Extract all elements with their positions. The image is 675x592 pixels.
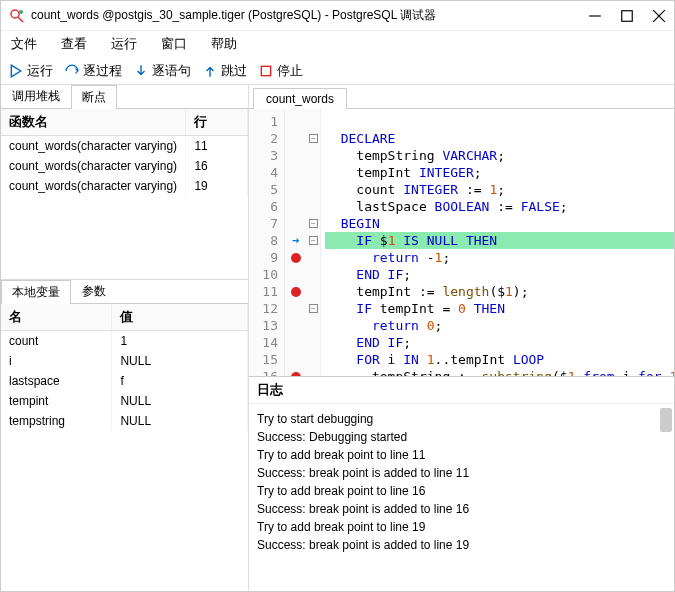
var-tabs: 本地变量 参数 [1, 280, 248, 304]
log-title: 日志 [249, 377, 674, 404]
tab-locals[interactable]: 本地变量 [1, 280, 71, 304]
run-button[interactable]: 运行 [9, 62, 53, 80]
log-line: Success: break point is added to line 19 [257, 536, 666, 554]
scrollbar-thumb[interactable] [660, 408, 672, 432]
titlebar: count_words @postgis_30_sample.tiger (Po… [1, 1, 674, 31]
menubar: 文件 查看 运行 窗口 帮助 [1, 31, 674, 57]
left-panel: 调用堆栈 断点 函数名 行 count_words(character vary… [1, 85, 249, 591]
log-line: Try to add break point to line 16 [257, 482, 666, 500]
code-editor[interactable]: 12345678910111213141516 ➔ −−−− DECLARE t… [249, 109, 674, 376]
editor-tabs: count_words [249, 85, 674, 109]
table-row[interactable]: count_words(character varying)11 [1, 136, 248, 157]
svg-point-1 [19, 10, 23, 14]
fold-toggle[interactable]: − [309, 134, 318, 143]
menu-window[interactable]: 窗口 [161, 35, 187, 53]
breakpoint-icon[interactable] [291, 287, 301, 297]
col-varval[interactable]: 值 [112, 304, 248, 331]
tab-params[interactable]: 参数 [71, 279, 117, 303]
breakpoint-gutter[interactable]: ➔ [285, 109, 307, 376]
fold-gutter[interactable]: −−−− [307, 109, 321, 376]
log-line: Try to start debugging [257, 410, 666, 428]
table-row[interactable]: count1 [1, 331, 248, 352]
editor-tab[interactable]: count_words [253, 88, 347, 109]
log-body[interactable]: Try to start debuggingSuccess: Debugging… [249, 404, 674, 591]
close-button[interactable] [652, 9, 666, 23]
tab-callstack[interactable]: 调用堆栈 [1, 85, 71, 108]
line-gutter: 12345678910111213141516 [249, 109, 285, 376]
log-line: Success: Debugging started [257, 428, 666, 446]
fold-toggle[interactable]: − [309, 219, 318, 228]
col-varname[interactable]: 名 [1, 304, 112, 331]
fold-toggle[interactable]: − [309, 236, 318, 245]
table-row[interactable]: iNULL [1, 351, 248, 371]
breakpoint-icon[interactable] [291, 253, 301, 263]
stepin-button[interactable]: 逐语句 [134, 62, 191, 80]
fold-toggle[interactable]: − [309, 304, 318, 313]
code-area[interactable]: DECLARE tempString VARCHAR; tempInt INTE… [321, 109, 674, 376]
table-row[interactable]: tempstringNULL [1, 411, 248, 431]
maximize-button[interactable] [620, 9, 634, 23]
variable-table: 名 值 count1iNULLlastspaceftempintNULLtemp… [1, 304, 248, 569]
tab-breakpoints[interactable]: 断点 [71, 85, 117, 109]
table-row[interactable]: count_words(character varying)16 [1, 156, 248, 176]
window-title: count_words @postgis_30_sample.tiger (Po… [31, 7, 588, 24]
log-panel: 日志 Try to start debuggingSuccess: Debugg… [249, 376, 674, 591]
current-line-arrow: ➔ [292, 232, 300, 249]
log-line: Try to add break point to line 19 [257, 518, 666, 536]
toolbar: 运行 逐过程 逐语句 跳过 停止 [1, 57, 674, 85]
menu-run[interactable]: 运行 [111, 35, 137, 53]
minimize-button[interactable] [588, 9, 602, 23]
app-icon [9, 8, 25, 24]
stepout-button[interactable]: 跳过 [203, 62, 247, 80]
menu-view[interactable]: 查看 [61, 35, 87, 53]
log-line: Try to add break point to line 11 [257, 446, 666, 464]
right-panel: count_words 12345678910111213141516 ➔ −−… [249, 85, 674, 591]
col-line[interactable]: 行 [186, 109, 248, 136]
log-line: Success: break point is added to line 11 [257, 464, 666, 482]
breakpoint-table: 函数名 行 count_words(character varying)11co… [1, 109, 248, 279]
stack-tabs: 调用堆栈 断点 [1, 85, 248, 109]
table-row[interactable]: lastspacef [1, 371, 248, 391]
svg-rect-3 [261, 66, 270, 75]
table-row[interactable]: count_words(character varying)19 [1, 176, 248, 196]
col-func[interactable]: 函数名 [1, 109, 186, 136]
menu-help[interactable]: 帮助 [211, 35, 237, 53]
stepover-button[interactable]: 逐过程 [65, 62, 122, 80]
menu-file[interactable]: 文件 [11, 35, 37, 53]
log-line: Success: break point is added to line 16 [257, 500, 666, 518]
svg-point-0 [11, 10, 19, 18]
svg-rect-2 [622, 10, 633, 21]
stop-button[interactable]: 停止 [259, 62, 303, 80]
table-row[interactable]: tempintNULL [1, 391, 248, 411]
